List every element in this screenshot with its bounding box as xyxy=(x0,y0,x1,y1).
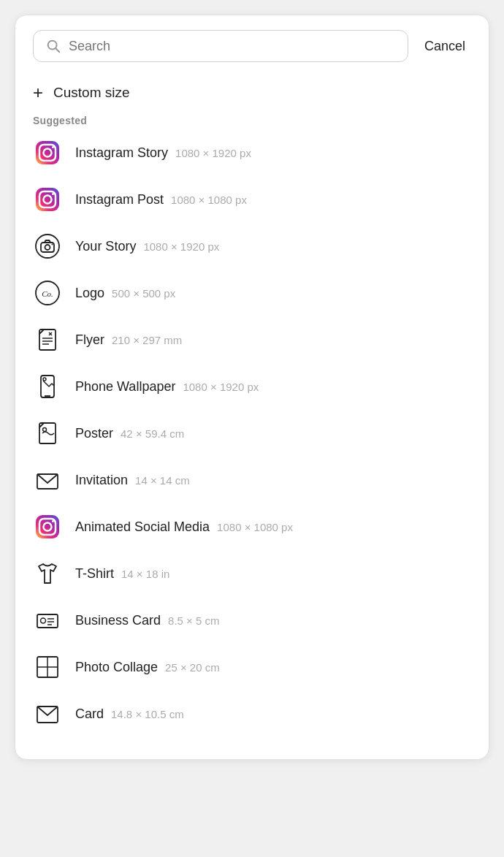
list-item-photo-collage[interactable]: Photo Collage 25 × 20 cm xyxy=(33,644,471,690)
phone-wallpaper-text: Phone Wallpaper 1080 × 1920 px xyxy=(75,379,259,395)
list-item-poster[interactable]: Poster 42 × 59.4 cm xyxy=(33,410,471,457)
instagram-story-text: Instagram Story 1080 × 1920 px xyxy=(75,145,251,161)
search-icon xyxy=(45,38,61,54)
poster-name: Poster xyxy=(75,426,113,441)
tshirt-dims: 14 × 18 in xyxy=(121,568,169,580)
svg-line-1 xyxy=(56,48,59,52)
svg-point-21 xyxy=(43,378,46,381)
your-story-name: Your Story xyxy=(75,239,136,254)
tshirt-name: T-Shirt xyxy=(75,566,114,582)
card-icon xyxy=(33,699,62,728)
size-picker-panel: Cancel + Custom size Suggested Instagram… xyxy=(15,15,489,760)
your-story-text: Your Story 1080 × 1920 px xyxy=(75,239,219,254)
invitation-icon xyxy=(33,465,62,495)
list-item-business-card[interactable]: Business Card 8.5 × 5 cm xyxy=(33,597,471,644)
poster-icon xyxy=(33,419,62,448)
instagram-post-text: Instagram Post 1080 × 1080 px xyxy=(75,192,247,207)
invitation-name: Invitation xyxy=(75,473,128,488)
card-name: Card xyxy=(75,706,104,722)
business-card-dims: 8.5 × 5 cm xyxy=(168,614,219,627)
svg-point-24 xyxy=(43,428,47,432)
business-card-icon xyxy=(33,606,62,635)
phone-wallpaper-name: Phone Wallpaper xyxy=(75,379,175,395)
photo-collage-text: Photo Collage 25 × 20 cm xyxy=(75,660,220,675)
photo-collage-icon xyxy=(33,652,62,682)
list-item-flyer[interactable]: Flyer 210 × 297 mm xyxy=(33,316,471,363)
list-item-animated-social-media[interactable]: Animated Social Media 1080 × 1080 px xyxy=(33,503,471,550)
instagram-post-icon xyxy=(33,185,62,214)
list-item-card[interactable]: Card 14.8 × 10.5 cm xyxy=(33,690,471,737)
svg-text:Co.: Co. xyxy=(42,289,53,298)
tshirt-text: T-Shirt 14 × 18 in xyxy=(75,566,169,582)
svg-point-13 xyxy=(52,244,53,245)
list-item-invitation[interactable]: Invitation 14 × 14 cm xyxy=(33,457,471,503)
flyer-icon xyxy=(33,325,62,354)
items-list: Instagram Story 1080 × 1920 px Instagram… xyxy=(33,129,471,737)
list-item-tshirt[interactable]: T-Shirt 14 × 18 in xyxy=(33,550,471,597)
svg-point-29 xyxy=(52,520,54,522)
instagram-post-dims: 1080 × 1080 px xyxy=(171,194,247,206)
logo-text: Logo 500 × 500 px xyxy=(75,286,175,301)
list-item-instagram-story[interactable]: Instagram Story 1080 × 1920 px xyxy=(33,129,471,176)
invitation-text: Invitation 14 × 14 cm xyxy=(75,473,190,488)
svg-rect-16 xyxy=(39,330,56,350)
invitation-dims: 14 × 14 cm xyxy=(135,474,190,487)
card-dims: 14.8 × 10.5 cm xyxy=(111,708,184,720)
svg-point-9 xyxy=(52,193,54,195)
instagram-story-icon xyxy=(33,138,62,167)
logo-dims: 500 × 500 px xyxy=(112,287,175,300)
instagram-story-dims: 1080 × 1920 px xyxy=(175,147,251,159)
logo-name: Logo xyxy=(75,286,104,301)
poster-text: Poster 42 × 59.4 cm xyxy=(75,426,184,441)
business-card-name: Business Card xyxy=(75,613,161,628)
flyer-name: Flyer xyxy=(75,332,104,348)
svg-point-12 xyxy=(45,245,50,250)
phone-wallpaper-icon xyxy=(33,372,62,401)
list-item-logo[interactable]: Co. Logo 500 × 500 px xyxy=(33,270,471,316)
animated-social-media-dims: 1080 × 1080 px xyxy=(217,521,293,533)
animated-social-media-icon xyxy=(33,512,62,541)
business-card-text: Business Card 8.5 × 5 cm xyxy=(75,613,220,628)
search-box[interactable] xyxy=(33,30,408,62)
instagram-post-name: Instagram Post xyxy=(75,192,164,207)
poster-dims: 42 × 59.4 cm xyxy=(121,427,184,440)
your-story-icon xyxy=(33,232,62,261)
card-text: Card 14.8 × 10.5 cm xyxy=(75,706,184,722)
logo-icon: Co. xyxy=(33,278,62,308)
cancel-button[interactable]: Cancel xyxy=(419,36,471,57)
list-item-instagram-post[interactable]: Instagram Post 1080 × 1080 px xyxy=(33,176,471,223)
custom-size-row[interactable]: + Custom size xyxy=(33,77,471,112)
plus-icon: + xyxy=(33,84,43,102)
photo-collage-name: Photo Collage xyxy=(75,660,158,675)
tshirt-icon xyxy=(33,559,62,588)
svg-point-10 xyxy=(36,235,59,258)
flyer-text: Flyer 210 × 297 mm xyxy=(75,332,182,348)
search-row: Cancel xyxy=(33,30,471,62)
animated-social-media-name: Animated Social Media xyxy=(75,519,210,535)
svg-point-31 xyxy=(41,618,46,623)
list-item-your-story[interactable]: Your Story 1080 × 1920 px xyxy=(33,223,471,270)
search-input[interactable] xyxy=(69,39,396,54)
custom-size-label: Custom size xyxy=(53,85,130,101)
phone-wallpaper-dims: 1080 × 1920 px xyxy=(183,381,259,393)
flyer-dims: 210 × 297 mm xyxy=(112,334,182,346)
list-item-phone-wallpaper[interactable]: Phone Wallpaper 1080 × 1920 px xyxy=(33,363,471,410)
photo-collage-dims: 25 × 20 cm xyxy=(165,661,220,674)
suggested-section-label: Suggested xyxy=(33,115,471,126)
animated-social-media-text: Animated Social Media 1080 × 1080 px xyxy=(75,519,293,535)
your-story-dims: 1080 × 1920 px xyxy=(143,240,219,253)
instagram-story-name: Instagram Story xyxy=(75,145,168,161)
svg-point-5 xyxy=(52,146,54,148)
